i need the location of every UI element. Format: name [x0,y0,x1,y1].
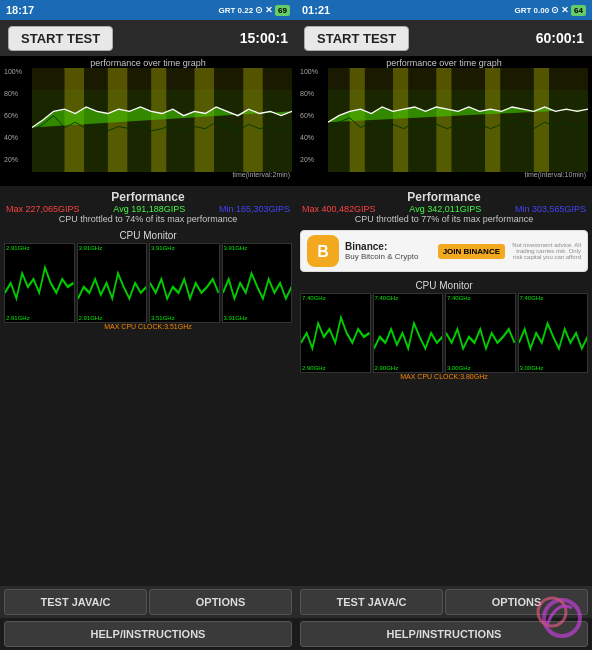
ad-logo: B [307,235,339,267]
right-perf-title: Performance [302,190,586,204]
right-status-icons: GRT 0.00 ⊙ ✕ 64 [514,5,586,16]
right-toolbar: START TEST 60:00:1 [296,20,592,56]
right-time: 01:21 [302,4,330,16]
right-graph-svg [328,68,588,172]
left-cpu-grid: 2.91GHz 2.91GHz 3.91GHz 2.91GHz 3.91GHz … [4,243,292,323]
left-phone-panel: 18:17 GRT 0.22 ⊙ ✕ 69 START TEST 15:00:1… [0,0,296,650]
left-perf-max: Max 227,065GIPS [6,204,80,214]
right-wifi-icon: ⊙ [551,5,559,15]
left-battery: 69 [275,5,290,16]
left-perf-section: Performance Max 227,065GIPS Avg 191,188G… [0,186,296,228]
left-bottom-buttons: TEST JAVA/C OPTIONS [0,586,296,618]
left-graph-area: 100% 80% 60% 40% 20% [4,68,292,178]
right-cpu-cell-2: 7.40GHz 3.00GHz [445,293,516,373]
right-timer: 60:00:1 [536,30,584,46]
right-cpu-cell-0: 7.40GHz 2.90GHz [300,293,371,373]
ad-title: Binance: [345,241,432,252]
svg-text:B: B [317,243,329,260]
ad-subtitle: Buy Bitcoin & Crypto [345,252,432,261]
right-battery: 64 [571,5,586,16]
right-start-test-button[interactable]: START TEST [304,26,409,51]
watermark-logo [532,590,582,640]
left-status-bar: 18:17 GRT 0.22 ⊙ ✕ 69 [0,0,296,20]
right-cpu-cell-1: 7.40GHz 2.90GHz [373,293,444,373]
left-cpu-cell-0: 2.91GHz 2.91GHz [4,243,75,323]
right-perf-section: Performance Max 400,482GIPS Avg 342,011G… [296,186,592,228]
left-cpu-cell-2: 3.91GHz 3.51GHz [149,243,220,323]
right-cpu-title: CPU Monitor [300,280,588,291]
right-graph-title: performance over time graph [300,58,588,68]
left-network-icon: GRT 0.22 [218,6,253,15]
right-test-java-button[interactable]: TEST JAVA/C [300,589,443,615]
svg-rect-13 [534,68,549,172]
left-time: 18:17 [6,4,34,16]
svg-rect-4 [151,68,166,172]
left-graph-section: performance over time graph 100% 80% 60%… [0,56,296,186]
left-help-button[interactable]: HELP/INSTRUCTIONS [4,621,292,647]
left-toolbar: START TEST 15:00:1 [0,20,296,56]
right-phone-panel: 01:21 GRT 0.00 ⊙ ✕ 64 START TEST 60:00:1… [296,0,592,650]
left-perf-title: Performance [6,190,290,204]
left-graph-svg [32,68,292,172]
left-cpu-cell-1: 3.91GHz 2.91GHz [77,243,148,323]
right-cpu-monitor: CPU Monitor 7.40GHz 2.90GHz 7.40GHz 2.90… [296,278,592,586]
left-perf-min: Min 165,303GIPS [219,204,290,214]
right-graph-y-labels: 100% 80% 60% 40% 20% [300,68,328,178]
ad-content: Binance: Buy Bitcoin & Crypto [345,241,432,261]
svg-rect-12 [485,68,500,172]
left-graph-y-labels: 100% 80% 60% 40% 20% [4,68,32,178]
right-x-icon: ✕ [561,5,569,15]
ad-join-button[interactable]: JOIN BINANCE [438,244,505,259]
left-wifi-icon: ⊙ [255,5,263,15]
svg-rect-5 [195,68,215,172]
right-cpu-cell-3: 7.40GHz 3.00GHz [518,293,589,373]
right-graph-section: performance over time graph 100% 80% 60%… [296,56,592,186]
left-max-clock: MAX CPU CLOCK:3.51GHz [4,323,292,330]
ad-banner[interactable]: B Binance: Buy Bitcoin & Crypto JOIN BIN… [300,230,588,272]
left-test-java-button[interactable]: TEST JAVA/C [4,589,147,615]
left-graph-x-label: time(interval:2min) [232,171,290,178]
svg-rect-6 [243,68,263,172]
right-max-clock: MAX CPU CLOCK:3.80GHz [300,373,588,380]
left-x-icon: ✕ [265,5,273,15]
left-status-icons: GRT 0.22 ⊙ ✕ 69 [218,5,290,16]
left-cpu-monitor: CPU Monitor 2.91GHz 2.91GHz 3.91GHz 2.91… [0,228,296,586]
left-perf-stats: Max 227,065GIPS Avg 191,188GIPS Min 165,… [6,204,290,214]
right-graph-x-label: time(interval:10min) [525,171,586,178]
left-options-button[interactable]: OPTIONS [149,589,292,615]
left-perf-throttle: CPU throttled to 74% of its max performa… [6,214,290,224]
right-graph-area: 100% 80% 60% 40% 20% time(interval:10min… [300,68,588,178]
left-graph-title: performance over time graph [4,58,292,68]
left-cpu-title: CPU Monitor [4,230,292,241]
svg-rect-11 [436,68,451,172]
right-network-icon: GRT 0.00 [514,6,549,15]
left-timer: 15:00:1 [240,30,288,46]
right-perf-throttle: CPU throttled to 77% of its max performa… [302,214,586,224]
left-start-test-button[interactable]: START TEST [8,26,113,51]
svg-rect-10 [393,68,408,172]
right-cpu-grid: 7.40GHz 2.90GHz 7.40GHz 2.90GHz 7.40GHz … [300,293,588,373]
left-cpu-cell-3: 3.91GHz 3.91GHz [222,243,293,323]
ad-disclaimer: Not investment advice. All trading carri… [511,242,581,260]
right-perf-max: Max 400,482GIPS [302,204,376,214]
right-status-bar: 01:21 GRT 0.00 ⊙ ✕ 64 [296,0,592,20]
right-perf-avg: Avg 342,011GIPS [409,204,481,214]
right-perf-min: Min 303,565GIPS [515,204,586,214]
left-perf-avg: Avg 191,188GIPS [113,204,185,214]
right-perf-stats: Max 400,482GIPS Avg 342,011GIPS Min 303,… [302,204,586,214]
